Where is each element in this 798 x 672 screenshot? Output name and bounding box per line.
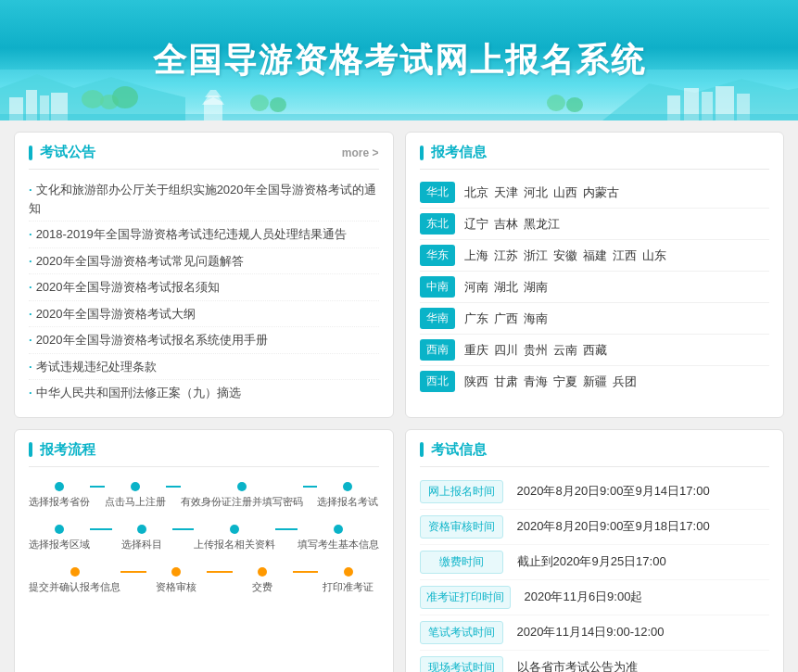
exam-info-row: 现场考试时间以各省市考试公告为准: [420, 651, 770, 673]
flow-step: 填写考生基本信息: [298, 525, 379, 551]
region-city[interactable]: 广西: [494, 311, 518, 327]
region-city[interactable]: 重庆: [464, 342, 488, 359]
svg-point-21: [547, 95, 565, 111]
region-tag: 华北: [420, 182, 455, 203]
region-table: 华北北京天津河北山西内蒙古东北辽宁吉林黑龙江华东上海江苏浙江安徽福建江西山东中南…: [420, 177, 770, 397]
notice-list-item[interactable]: 文化和旅游部办公厅关于组织实施2020年全国导游资格考试的通知: [29, 177, 379, 222]
region-city[interactable]: 海南: [524, 311, 548, 327]
region-city[interactable]: 青海: [524, 374, 548, 390]
region-city[interactable]: 云南: [553, 342, 577, 359]
main-content: 考试公告 more > 文化和旅游部办公厅关于组织实施2020年全国导游资格考试…: [0, 120, 798, 672]
flow-dot: [237, 482, 247, 491]
region-row: 东北辽宁吉林黑龙江: [420, 209, 770, 240]
region-city[interactable]: 江西: [613, 247, 637, 264]
region-city[interactable]: 陕西: [464, 374, 488, 390]
region-city[interactable]: 贵州: [524, 342, 548, 359]
region-city[interactable]: 河南: [464, 279, 488, 296]
flow-step: 打印准考证: [318, 567, 378, 593]
flow-step: 选择报名考试: [317, 482, 378, 508]
flow-line: [90, 528, 112, 530]
flow-dot: [137, 525, 146, 534]
region-city[interactable]: 广东: [464, 311, 488, 327]
region-city[interactable]: 上海: [464, 247, 488, 264]
exam-info-label: 缴费时间: [420, 551, 503, 574]
exam-info-row: 资格审核时间2020年8月20日9:00至9月18日17:00: [420, 510, 770, 545]
region-city[interactable]: 黑龙江: [524, 216, 560, 233]
region-tag: 华南: [420, 308, 455, 329]
region-city[interactable]: 安徽: [553, 247, 577, 264]
region-city[interactable]: 山东: [642, 247, 666, 264]
notice-card: 考试公告 more > 文化和旅游部办公厅关于组织实施2020年全国导游资格考试…: [14, 132, 394, 418]
flow-step-label: 提交并确认报考信息: [29, 580, 120, 593]
region-cities: 北京天津河北山西内蒙古: [464, 184, 619, 201]
exam-info-label: 资格审核时间: [420, 515, 503, 539]
notice-list-item[interactable]: 2018-2019年全国导游资格考试违纪违规人员处理结果通告: [29, 222, 379, 248]
flow-line: [90, 486, 105, 488]
exam-info-value: 2020年11月14日9:00-12:00: [517, 624, 665, 640]
region-city[interactable]: 辽宁: [464, 216, 488, 233]
notice-list-item[interactable]: 中华人民共和国刑法修正案（九）摘选: [29, 380, 379, 406]
flow-dot: [258, 567, 267, 577]
region-city[interactable]: 兵团: [613, 374, 637, 390]
exam-title: 考试信息: [420, 441, 487, 459]
notice-list-item[interactable]: 考试违规违纪处理条款: [29, 354, 379, 381]
flow-step: 选择报考省份: [29, 482, 90, 508]
region-city[interactable]: 甘肃: [494, 374, 518, 390]
flow-dot: [131, 482, 140, 491]
region-cities: 重庆四川贵州云南西藏: [464, 342, 607, 359]
region-row: 西南重庆四川贵州云南西藏: [420, 335, 770, 366]
exam-info-table: 网上报名时间2020年8月20日9:00至9月14日17:00资格审核时间202…: [420, 475, 770, 673]
flow-step-label: 选择报名考试: [317, 495, 378, 508]
notice-more-link[interactable]: more >: [342, 146, 379, 159]
flow-line: [166, 486, 181, 488]
region-card-header: 报考信息: [420, 144, 770, 170]
notice-list-item[interactable]: 2020年全国导游资格考试报名须知: [29, 274, 379, 301]
region-city[interactable]: 湖南: [524, 279, 548, 296]
exam-card-header: 考试信息: [420, 441, 770, 467]
region-cities: 辽宁吉林黑龙江: [464, 216, 560, 233]
region-city[interactable]: 天津: [494, 184, 518, 201]
region-city[interactable]: 新疆: [583, 374, 607, 390]
notice-card-header: 考试公告 more >: [29, 144, 379, 170]
flow-card: 报考流程 选择报考省份点击马上注册有效身份证注册并填写密码选择报名考试选择报考区…: [14, 429, 394, 673]
notice-list-item[interactable]: 2020年全国导游资格考试常见问题解答: [29, 248, 379, 275]
region-city[interactable]: 宁夏: [553, 374, 577, 390]
region-card: 报考信息 华北北京天津河北山西内蒙古东北辽宁吉林黑龙江华东上海江苏浙江安徽福建江…: [405, 132, 785, 418]
exam-info-row: 笔试考试时间2020年11月14日9:00-12:00: [420, 615, 770, 651]
flow-line: [172, 528, 195, 530]
flow-dot: [55, 525, 64, 534]
exam-info-label: 准考证打印时间: [420, 586, 511, 609]
svg-point-22: [566, 97, 583, 112]
region-city[interactable]: 河北: [524, 184, 548, 201]
flow-step: 有效身份证注册并填写密码: [181, 482, 303, 508]
region-city[interactable]: 福建: [583, 247, 607, 264]
region-city[interactable]: 四川: [494, 342, 518, 359]
flow-step: 交费: [233, 567, 293, 593]
svg-point-19: [250, 95, 269, 111]
flow-dot: [230, 525, 239, 534]
region-city[interactable]: 江苏: [494, 247, 518, 264]
region-city[interactable]: 北京: [464, 184, 488, 201]
region-city[interactable]: 内蒙古: [583, 184, 619, 201]
flow-step: 资格审核: [146, 567, 207, 593]
svg-rect-15: [0, 114, 798, 120]
flow-step-label: 打印准考证: [323, 580, 374, 593]
flow-step: 选择报考区域: [29, 525, 90, 551]
exam-info-row: 准考证打印时间2020年11月6日9:00起: [420, 580, 770, 615]
flow-line: [120, 571, 146, 573]
region-city[interactable]: 湖北: [494, 279, 518, 296]
region-city[interactable]: 山西: [553, 184, 577, 201]
region-city[interactable]: 西藏: [583, 342, 607, 359]
svg-point-20: [270, 97, 286, 112]
region-cities: 陕西甘肃青海宁夏新疆兵团: [464, 374, 637, 390]
flow-step-label: 选择报考省份: [29, 495, 90, 508]
flow-row: 选择报考区域选择科目上传报名相关资料填写考生基本信息: [29, 525, 379, 551]
flow-dot: [70, 567, 80, 577]
notice-list-item[interactable]: 2020年全国导游资格考试大纲: [29, 301, 379, 328]
svg-point-8: [112, 86, 138, 108]
notice-list-item[interactable]: 2020年全国导游资格考试报名系统使用手册: [29, 327, 379, 354]
region-city[interactable]: 吉林: [494, 216, 518, 233]
exam-info-label: 笔试考试时间: [420, 621, 503, 644]
region-city[interactable]: 浙江: [524, 247, 548, 264]
exam-info-value: 2020年8月20日9:00至9月18日17:00: [517, 518, 710, 535]
